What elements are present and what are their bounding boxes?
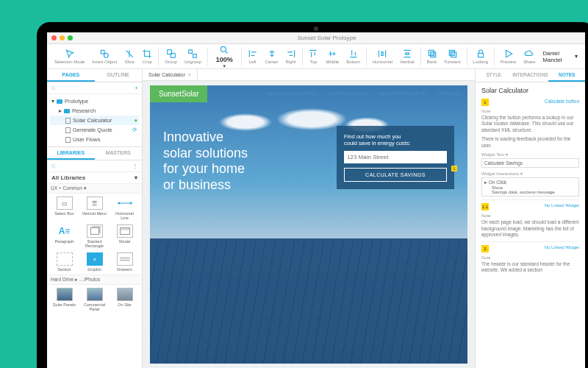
tab-interactions[interactable]: INTERACTIONS — [512, 69, 549, 82]
tab-notes[interactable]: NOTES — [548, 69, 585, 82]
align-top-icon — [308, 49, 318, 59]
widget-select-box[interactable]: ▭Select Box — [50, 195, 79, 222]
align-center-button[interactable]: Center — [262, 49, 282, 64]
main-toolbar: Selection Mode Insert Object Slice Crop … — [47, 44, 585, 69]
widget-interactions-label[interactable]: Widget Interactions ▾ — [481, 171, 579, 176]
distribute-vertical-button[interactable]: Vertical — [397, 49, 417, 64]
folder-icon — [57, 99, 62, 104]
preview-button[interactable]: Preview — [498, 49, 519, 64]
left-sidebar: PAGES OUTLINE + ▾Prototype ▸Research Sol… — [47, 69, 143, 368]
align-bottom-button[interactable]: Bottom — [343, 49, 363, 64]
library-selector[interactable]: All Libraries▾ — [47, 172, 142, 183]
svg-rect-11 — [478, 53, 483, 57]
align-left-icon — [248, 49, 258, 59]
locking-button[interactable]: Locking — [470, 49, 491, 64]
tab-style[interactable]: STYLE — [476, 69, 512, 82]
tree-item-generate-quote[interactable]: Generate Quote⟳ — [50, 125, 139, 135]
align-middle-button[interactable]: Middle — [323, 49, 342, 64]
widget-text-label[interactable]: Widget Text ▾ — [481, 152, 579, 157]
solar-panels-image — [150, 238, 467, 364]
svg-point-6 — [221, 46, 226, 52]
mockup-page[interactable]: SunsetSolar BUSINESS SOLUTIONSOUR TECHNO… — [150, 85, 467, 364]
tree-item-user-flows[interactable]: User Flows — [50, 135, 139, 144]
tab-outline[interactable]: OUTLINE — [95, 69, 143, 82]
group-icon — [166, 49, 176, 59]
widget-paragraph[interactable]: A≡Paragraph — [50, 223, 79, 250]
insert-object-button[interactable]: Insert Object — [89, 49, 120, 64]
linked-widget[interactable]: No Linked Widget — [545, 245, 579, 250]
align-right-button[interactable]: Right — [283, 49, 299, 64]
user-menu[interactable]: Daniel Mandel▾ — [539, 50, 581, 63]
widget-droplist[interactable]: ≡Droplist — [80, 251, 109, 273]
note-badge-1: 1 — [451, 166, 457, 171]
forward-icon — [448, 49, 458, 59]
library-category-photos[interactable]: Hard Drive ▸ …/Photos — [47, 275, 142, 285]
chevron-down-icon: ▾ — [135, 174, 137, 181]
share-button[interactable]: Share — [520, 49, 538, 64]
widget-drawers[interactable]: Drawers — [110, 251, 139, 273]
lock-icon — [476, 49, 486, 59]
svg-rect-8 — [430, 52, 435, 57]
distribute-v-icon — [402, 49, 412, 59]
mockup-logo: SunsetSolar — [150, 85, 207, 102]
widget-commercial-panel[interactable]: Commercial Panel — [80, 286, 109, 313]
widget-interaction-item[interactable]: ▸ On Click Show Savings data, success me… — [481, 177, 579, 197]
widget-modal[interactable]: Modal — [110, 223, 139, 250]
widget-vertical-menu[interactable]: ☰Vertical Menu — [80, 195, 109, 222]
tab-masters[interactable]: MASTERS — [95, 147, 143, 160]
crop-icon — [142, 49, 152, 59]
play-icon — [503, 49, 514, 59]
group-button[interactable]: Group — [162, 49, 180, 64]
close-icon[interactable]: × — [188, 72, 191, 77]
close-icon[interactable] — [51, 35, 57, 40]
widget-on-site[interactable]: On Site — [110, 286, 139, 313]
cursor-icon — [65, 49, 75, 59]
folder-icon — [64, 109, 70, 113]
note-text: Clicking the button performs a lookup in… — [481, 115, 579, 133]
calculate-button-link[interactable]: Calculate button — [545, 99, 579, 104]
svg-rect-4 — [189, 50, 193, 54]
send-back-button[interactable]: Back — [424, 49, 440, 64]
widget-section[interactable]: Section — [50, 251, 79, 273]
page-icon — [65, 127, 71, 133]
mockup-hero: Innovativesolar solutionsfor your homeor… — [163, 130, 248, 193]
cloud-icon — [524, 49, 534, 59]
tree-item-solar-calculator[interactable]: Solar Calculator● — [50, 116, 139, 125]
zoom-control[interactable]: 100%▼ — [211, 45, 238, 68]
svg-point-12 — [51, 86, 54, 89]
library-search[interactable]: ⋮ — [47, 160, 142, 172]
svg-point-16 — [129, 202, 132, 205]
tree-item-research[interactable]: ▸Research — [50, 106, 139, 116]
svg-point-15 — [118, 202, 120, 205]
align-left-button[interactable]: Left — [245, 49, 261, 64]
calculate-button[interactable]: CALCULATE SAVINGS — [344, 168, 447, 182]
tab-libraries[interactable]: LIBRARIES — [47, 147, 95, 160]
linked-widget[interactable]: No Linked Widget — [545, 203, 579, 208]
tree-root[interactable]: ▾Prototype — [50, 96, 139, 106]
note-text: The header is our standard header for th… — [481, 261, 579, 274]
maximize-icon[interactable] — [68, 35, 73, 40]
widget-stacked-rectangle[interactable]: Stacked Rectangle — [80, 223, 109, 250]
library-options-icon[interactable]: ⋮ — [132, 163, 138, 169]
widget-text-field[interactable]: Calculate Savings — [481, 158, 579, 168]
crop-button[interactable]: Crop — [139, 49, 155, 64]
bring-forward-button[interactable]: Forward — [442, 49, 464, 64]
align-bottom-icon — [348, 49, 359, 59]
library-category[interactable]: UX + Common ▾ — [47, 183, 142, 194]
pages-search[interactable]: + — [47, 82, 142, 94]
add-page-icon[interactable]: + — [135, 85, 138, 91]
selection-mode-button[interactable]: Selection Mode — [51, 49, 87, 64]
align-top-button[interactable]: Top — [305, 49, 321, 64]
widget-solar-panels[interactable]: Solar Panels — [50, 286, 79, 313]
ungroup-button[interactable]: Ungroup — [182, 49, 204, 64]
minimize-icon[interactable] — [60, 35, 65, 40]
svg-rect-10 — [449, 50, 454, 55]
note-text: There is loading feedback provided for t… — [481, 136, 579, 149]
distribute-horizontal-button[interactable]: Horizontal — [370, 49, 395, 64]
widget-horizontal-line[interactable]: Horizontal Line — [110, 195, 139, 222]
slice-button[interactable]: Slice — [121, 49, 137, 64]
address-input[interactable] — [344, 151, 447, 163]
tab-pages[interactable]: PAGES — [47, 69, 95, 82]
canvas-tab[interactable]: Solar Calculator× — [143, 69, 198, 80]
note-text: On each page load, we should load a diff… — [481, 219, 579, 238]
